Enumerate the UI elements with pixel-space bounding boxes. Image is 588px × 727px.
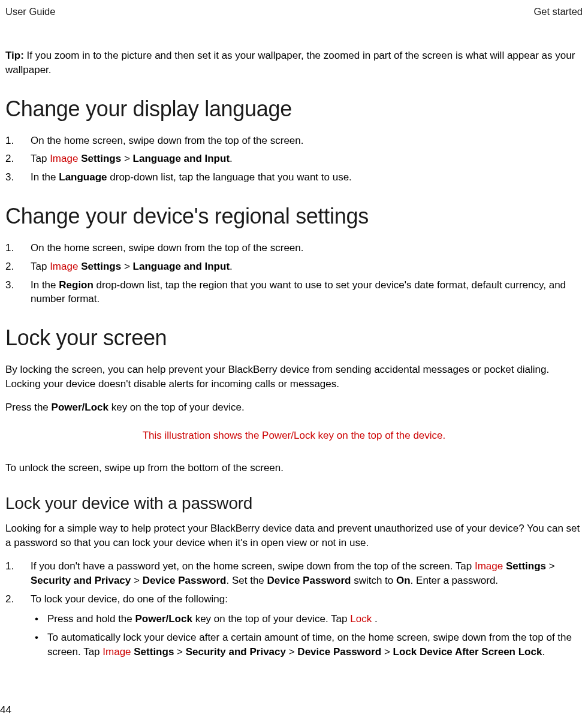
step-text: If you don't have a password yet, on the… bbox=[31, 559, 583, 588]
step-text: On the home screen, swipe down from the … bbox=[31, 241, 583, 255]
step-text: To lock your device, do one of the follo… bbox=[31, 592, 583, 663]
tip-text: If you zoom in to the picture and then s… bbox=[5, 50, 575, 76]
settings-icon: Image bbox=[475, 560, 506, 572]
bullet-marker: • bbox=[31, 612, 47, 626]
step-text: In the Language drop-down list, tap the … bbox=[31, 170, 583, 185]
page-number: 44 bbox=[0, 704, 11, 716]
header-right: Get started bbox=[533, 6, 583, 17]
section-lock-screen: Lock your screen By locking the screen, … bbox=[5, 325, 583, 475]
lock-options: • Press and hold the Power/Lock key on t… bbox=[31, 612, 583, 659]
list-item: 1. On the home screen, swipe down from t… bbox=[5, 241, 583, 255]
header-left: User Guide bbox=[5, 6, 55, 17]
lock-icon: Lock bbox=[350, 613, 375, 625]
unlock-text: To unlock the screen, swipe up from the … bbox=[5, 461, 583, 475]
bullet-text: Press and hold the Power/Lock key on the… bbox=[47, 612, 583, 626]
step-text: In the Region drop-down list, tap the re… bbox=[31, 278, 583, 307]
tip-label: Tip: bbox=[5, 50, 24, 61]
illustration-caption: This illustration shows the Power/Lock k… bbox=[5, 430, 583, 442]
settings-icon: Image bbox=[102, 646, 134, 657]
step-text: On the home screen, swipe down from the … bbox=[31, 134, 583, 148]
lock-press: Press the Power/Lock key on the top of y… bbox=[5, 400, 583, 415]
list-item: 2. Tap Image Settings > Language and Inp… bbox=[5, 152, 583, 166]
bullet-text: To automatically lock your device after … bbox=[47, 631, 583, 659]
section-title-regional: Change your device's regional settings bbox=[5, 204, 583, 229]
list-item: • To automatically lock your device afte… bbox=[31, 631, 583, 659]
step-number: 1. bbox=[5, 241, 31, 255]
section-lock-password: Lock your device with a password Looking… bbox=[5, 494, 583, 663]
list-item: 3. In the Region drop-down list, tap the… bbox=[5, 278, 583, 307]
list-item: 2. To lock your device, do one of the fo… bbox=[5, 592, 583, 663]
lock-intro: By locking the screen, you can help prev… bbox=[5, 363, 583, 391]
tip-block: Tip: If you zoom in to the picture and t… bbox=[5, 49, 583, 77]
section-title-language: Change your display language bbox=[5, 96, 583, 122]
list-item: 2. Tap Image Settings > Language and Inp… bbox=[5, 260, 583, 274]
section-regional-settings: Change your device's regional settings 1… bbox=[5, 204, 583, 306]
step-number: 2. bbox=[5, 152, 31, 166]
list-item: 1. On the home screen, swipe down from t… bbox=[5, 134, 583, 148]
step-number: 2. bbox=[5, 592, 31, 663]
page-header: User Guide Get started bbox=[5, 6, 583, 17]
section-title-lock: Lock your screen bbox=[5, 325, 583, 351]
list-item: 1. If you don't have a password yet, on … bbox=[5, 559, 583, 588]
list-item: • Press and hold the Power/Lock key on t… bbox=[31, 612, 583, 626]
password-intro: Looking for a simple way to help protect… bbox=[5, 521, 583, 550]
step-number: 1. bbox=[5, 559, 31, 588]
step-text: Tap Image Settings > Language and Input. bbox=[31, 152, 583, 166]
step-text: Tap Image Settings > Language and Input. bbox=[31, 260, 583, 274]
bullet-marker: • bbox=[31, 631, 47, 659]
step-number: 1. bbox=[5, 134, 31, 148]
subsection-title-password: Lock your device with a password bbox=[5, 494, 583, 513]
password-steps: 1. If you don't have a password yet, on … bbox=[5, 559, 583, 663]
settings-icon: Image bbox=[50, 153, 81, 164]
regional-steps: 1. On the home screen, swipe down from t… bbox=[5, 241, 583, 306]
section-change-language: Change your display language 1. On the h… bbox=[5, 96, 583, 185]
step-number: 3. bbox=[5, 278, 31, 307]
settings-icon: Image bbox=[50, 261, 81, 272]
list-item: 3. In the Language drop-down list, tap t… bbox=[5, 170, 583, 185]
step-number: 2. bbox=[5, 260, 31, 274]
step-number: 3. bbox=[5, 170, 31, 185]
language-steps: 1. On the home screen, swipe down from t… bbox=[5, 134, 583, 185]
